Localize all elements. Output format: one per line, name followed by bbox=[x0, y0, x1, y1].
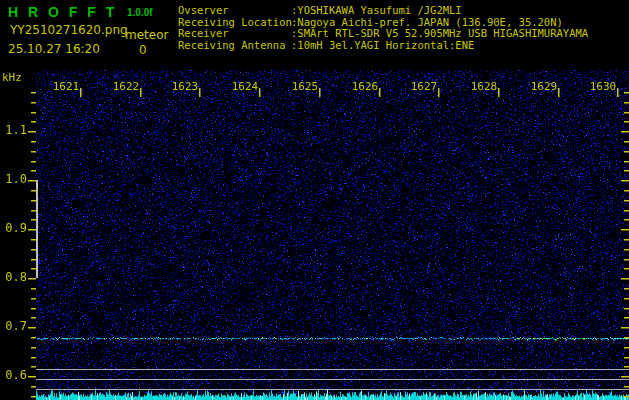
x-axis-label: 1624 bbox=[230, 81, 260, 93]
x-axis-label: 1627 bbox=[409, 81, 439, 93]
x-axis-label: 1623 bbox=[170, 81, 200, 93]
x-axis-label: 1625 bbox=[290, 81, 320, 93]
observer-info-block: Ovserver :YOSHIKAWA Yasufumi /JG2MLI Rec… bbox=[178, 5, 588, 51]
y-axis-label: 0.9 bbox=[0, 222, 27, 235]
y-axis-label: 0.7 bbox=[0, 320, 27, 333]
hrofft-screen: { "header": { "app_title": "H R O F F T"… bbox=[0, 0, 629, 400]
y-axis-label: 0.8 bbox=[0, 271, 27, 284]
y-axis-label: 1.0 bbox=[0, 173, 27, 186]
info-value: :YOSHIKAWA Yasufumi /JG2MLI bbox=[291, 5, 462, 17]
info-value: :10mH 3el.YAGI Horizontal:ENE bbox=[291, 40, 474, 52]
info-row-antenna: Receiving Antenna :10mH 3el.YAGI Horizon… bbox=[178, 40, 588, 52]
x-axis-label: 1630 bbox=[588, 81, 618, 93]
meteor-count: 0 bbox=[139, 43, 147, 57]
app-title: H R O F F T bbox=[8, 4, 117, 20]
spectrogram-canvas bbox=[0, 70, 629, 400]
y-axis-label: 1.1 bbox=[0, 124, 27, 137]
output-filename: YY2510271620.png bbox=[10, 23, 128, 37]
x-axis-label: 1626 bbox=[350, 81, 380, 93]
y-axis-label: 0.6 bbox=[0, 369, 27, 382]
info-label: Ovserver bbox=[178, 5, 291, 17]
info-row-observer: Ovserver :YOSHIKAWA Yasufumi /JG2MLI bbox=[178, 5, 588, 17]
x-axis-label: 1621 bbox=[51, 81, 81, 93]
x-axis-label: 1628 bbox=[469, 81, 499, 93]
app-version: 1.0.0f bbox=[127, 7, 153, 18]
info-label: Receiving Antenna bbox=[178, 40, 291, 52]
x-axis-label: 1622 bbox=[111, 81, 141, 93]
x-axis-label: 1629 bbox=[529, 81, 559, 93]
mode-label: meteor bbox=[125, 28, 168, 42]
y-axis-unit: kHz bbox=[2, 71, 22, 84]
observation-datetime: 25.10.27 16:20 bbox=[8, 42, 100, 56]
